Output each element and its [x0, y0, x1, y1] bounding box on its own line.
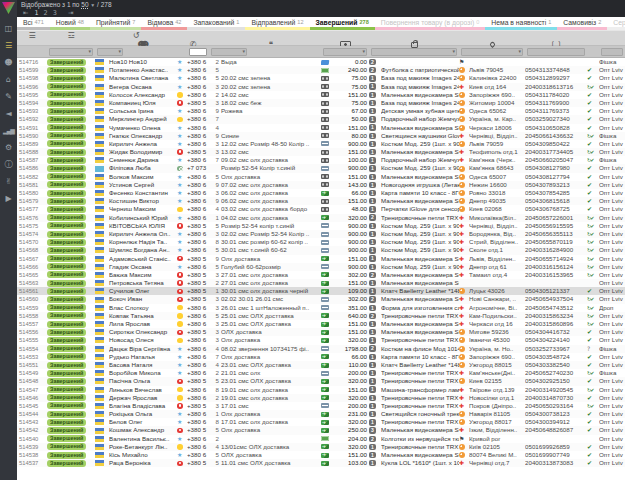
table-row[interactable]: 514570ЗавершенийКорнелюк Надія Та..+380 …: [17, 238, 625, 246]
order-id-column-icon[interactable]: ☰: [17, 31, 47, 40]
table-row[interactable]: 514545ЗавершенийБлагіна Владіслава+380 5…: [17, 402, 625, 410]
table-row[interactable]: 514554ЗавершенийДацюк Віра Сергіївна+380…: [17, 345, 625, 353]
table-row[interactable]: 514558ЗавершенийКовпак Татьяна+380 6525.…: [17, 312, 625, 320]
table-row[interactable]: 514589ЗавершенийКирилич Анжела+380 6312.…: [17, 140, 625, 148]
table-row[interactable]: 514591ЗавершенийЧумаченко Олена+380 6415…: [17, 124, 625, 132]
table-row[interactable]: 514594ЗавершенийКомпаниец Юля+380 5318.0…: [17, 99, 625, 107]
table-row[interactable]: 514581ЗавершенийУстинов Сергей+380 6907.…: [17, 181, 625, 189]
table-row[interactable]: 514547ЗавершенийЛиньков Вячеслав+380 681…: [17, 386, 625, 394]
table-row[interactable]: 514539ЗавершенийРоке-Бетанкурт Лін..+380…: [17, 443, 625, 451]
table-row[interactable]: 514592ЗавершенийМерклингер Андрей+380 67…: [17, 115, 625, 123]
price-type-filter-input[interactable]: [601, 48, 623, 56]
table-row[interactable]: 514543ЗавершенийБелов Олег+380 6817.01 с…: [17, 418, 625, 426]
table-row[interactable]: 514542ЗавершенийКошмак Александр+380 55О…: [17, 426, 625, 434]
customers-icon[interactable]: ☻: [4, 58, 12, 67]
table-row[interactable]: 514540ЗавершенийВалентина Васильє..+380 …: [17, 435, 625, 443]
tab-Завершений[interactable]: Завершений278: [310, 17, 375, 30]
status-filter[interactable]: [49, 48, 93, 56]
app-logo-icon[interactable]: [2, 2, 15, 14]
payment-filter[interactable]: [323, 48, 367, 56]
table-row[interactable]: 514576ЗавершенийКобилинський Юрий+380 61…: [17, 214, 625, 222]
tab-Новий[interactable]: Новий48: [50, 17, 90, 30]
table-row[interactable]: 514551ЗавершенийБасова Наталя+380 6423.0…: [17, 361, 625, 369]
table-row[interactable]: 514563ЗавершенийПетровська Тетяна+380 52…: [17, 279, 625, 287]
order-amount: 66.00: [333, 353, 369, 361]
vodafone-icon: [177, 280, 183, 286]
table-row[interactable]: 514561ЗавершенийСучилов Олег+380 5130.01…: [17, 287, 625, 295]
table-row[interactable]: 514590ЗавершенийГнатюк Олександр+380 69С…: [17, 132, 625, 140]
table-row[interactable]: 514548ЗавершенийПасічна Ольга+380 5523.0…: [17, 377, 625, 385]
page-3[interactable]: 3: [53, 9, 57, 17]
video-help-icon[interactable]: ▶: [5, 194, 11, 203]
table-row[interactable]: 514544ЗавершенийРокіцька Ольга+380 61Олх…: [17, 410, 625, 418]
table-row[interactable]: 514586ЗавершенийФіліпова Люба+7 073Розмі…: [17, 164, 625, 172]
last-page-icon[interactable]: ⇥: [68, 9, 73, 17]
support-icon[interactable]: ✌: [5, 177, 12, 186]
table-row[interactable]: 514560ЗавершенийБокоч Иван+380 5302.02 3…: [17, 295, 625, 303]
settings-icon[interactable]: ⚙: [5, 143, 12, 152]
tab-Прийнятий[interactable]: Прийнятий7: [90, 17, 142, 30]
table-row[interactable]: 514587ЗавершенийСеменюк Дарина+380 6709.…: [17, 156, 625, 164]
source-column-icon[interactable]: ↺: [95, 31, 177, 40]
first-page-icon[interactable]: ⇤: [23, 9, 28, 17]
table-row[interactable]: 514575ЗавершенийКВІТОВСЬКА ЮЛІЯ+380 55Ро…: [17, 222, 625, 230]
city-filter[interactable]: [461, 48, 523, 56]
tab-Сервіси[interactable]: Сервіси0: [607, 17, 625, 30]
page-1[interactable]: 1: [34, 9, 38, 17]
table-row[interactable]: 514567ЗавершенийАдамовський Станіс..+380…: [17, 255, 625, 263]
table-row[interactable]: 514565ЗавершенийБаюка Максим+380 5327.01…: [17, 271, 625, 279]
per-page-dropdown[interactable]: 50: [81, 1, 88, 8]
tracking-filter-input[interactable]: [527, 48, 585, 56]
table-row[interactable]: 514579ЗавершенийКостишин Виктор+380 6906…: [17, 197, 625, 205]
tasks-icon[interactable]: ✎: [5, 92, 12, 101]
delivery-city: Ужгород 88015: [469, 361, 525, 369]
table-row[interactable]: 514557ЗавершенийЛила Ярослав+380 6325.01…: [17, 320, 625, 328]
table-row[interactable]: 514555ЗавершенийНовосад Олеся+380 63Олх …: [17, 336, 625, 344]
table-row[interactable]: 514716ЗавершенийНов10 Нов10+380 62Выда0.…: [17, 58, 625, 66]
payment-method: [321, 330, 333, 335]
table-row[interactable]: 514588ЗавершенийЖидак Володимир+380 5313…: [17, 148, 625, 156]
table-row[interactable]: 514599ЗавершенийПотапенко Анастас..+380 …: [17, 66, 625, 74]
page-2[interactable]: 2: [44, 9, 48, 17]
product-filter[interactable]: [371, 48, 457, 56]
order-amount: 151.00: [333, 386, 369, 394]
table-row[interactable]: 514549ЗавершенийВоробйов Микола+380 6221…: [17, 369, 625, 377]
table-row[interactable]: 514577ЗавершенийЧерниш Максим+380 6403.0…: [17, 205, 625, 213]
finance-icon[interactable]: ⌂: [6, 75, 11, 84]
tab-Повернення товару (в дорозі)[interactable]: Повернення товару (в дорозі)0: [375, 17, 486, 30]
statistics-icon[interactable]: ▂▄▆: [3, 126, 14, 135]
source-filter[interactable]: [97, 48, 123, 56]
table-row[interactable]: 514598ЗавершенийМалютина Светлана+380 65…: [17, 74, 625, 82]
table-row[interactable]: 514559ЗавершенийВлас Слоткоу+380 6326.01…: [17, 304, 625, 312]
phone-filter-input[interactable]: [189, 48, 207, 56]
tab-Відмова[interactable]: Відмова42: [141, 17, 187, 30]
operator: [177, 353, 187, 361]
table-row[interactable]: 514580ЗавершенийФесенко Константин+380 6…: [17, 189, 625, 197]
table-row[interactable]: 514596ЗавершенийВегера Оксана+380 6320.0…: [17, 83, 625, 91]
table-row[interactable]: 514568ЗавершенийШумляс Богдана Ан..+380 …: [17, 246, 625, 254]
carrier: [459, 304, 469, 312]
table-row[interactable]: 514538ЗавершенийКісь Михайло+380 65ОЛХ д…: [17, 451, 625, 459]
items-count-badge: 1: [369, 386, 376, 392]
table-row[interactable]: 514593ЗавершенийСольська Ірина+380 69Рож…: [17, 107, 625, 115]
tab-Відправлений[interactable]: Відправлений12: [245, 17, 309, 30]
tab-Самовивіз[interactable]: Самовивіз2: [557, 17, 607, 30]
table-row[interactable]: 514556ЗавершенийСиротюк Олександр+380 53…: [17, 328, 625, 336]
comment-filter[interactable]: [211, 48, 247, 56]
table-row[interactable]: 514582ЗавершенийВолков Максим+380 65Олх …: [17, 173, 625, 181]
table-row[interactable]: 514574ЗавершенийКирилич Анжела Ол..+380 …: [17, 230, 625, 238]
orders-list-icon[interactable]: ☰: [5, 41, 12, 50]
dashboard-icon[interactable]: ◫: [5, 24, 13, 33]
table-row[interactable]: 514566ЗавершенийГладик Оксана+380 65Голу…: [17, 263, 625, 271]
tab-Нема в наявності[interactable]: Нема в наявності1: [485, 17, 557, 30]
check-icon: ↻✔: [587, 230, 593, 238]
status-column-icon[interactable]: ☲: [47, 31, 95, 40]
table-row[interactable]: 514537ЗавершенийРаца Вероніка+380 5511.0…: [17, 459, 625, 467]
tab-Запакований[interactable]: Запакований1: [187, 17, 245, 30]
tab-Всі[interactable]: Всі471: [17, 17, 50, 30]
table-row[interactable]: 514546ЗавершенийДержач Ярослав+380 6219.…: [17, 394, 625, 402]
table-row[interactable]: 514553ЗавершенийРудько Наталья+380 67Олх…: [17, 353, 625, 361]
announcements-icon[interactable]: ◄: [5, 109, 11, 118]
table-row[interactable]: 514595ЗавершенийКолосок Александр+380 62…: [17, 91, 625, 99]
info-icon[interactable]: ⓘ: [5, 160, 13, 169]
